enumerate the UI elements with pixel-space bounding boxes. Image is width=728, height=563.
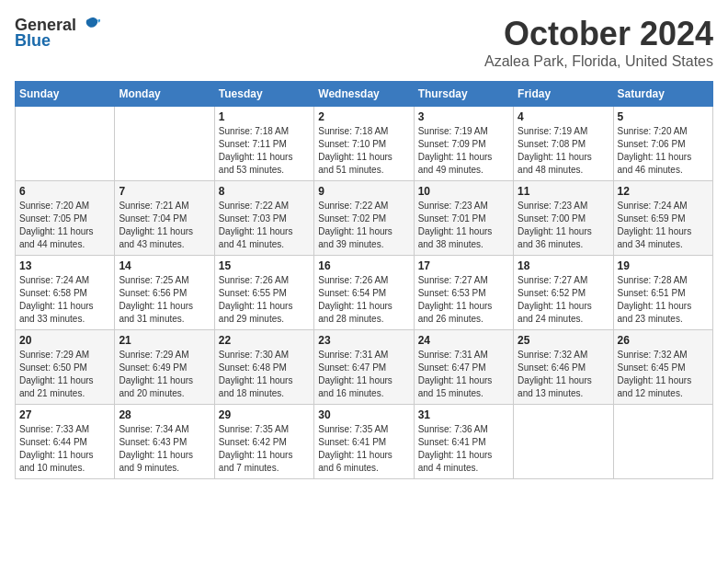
day-number: 27 bbox=[19, 408, 110, 421]
day-info: Sunrise: 7:27 AMSunset: 6:52 PMDaylight:… bbox=[518, 274, 609, 326]
day-number: 14 bbox=[119, 259, 210, 272]
calendar-cell: 31Sunrise: 7:36 AMSunset: 6:41 PMDayligh… bbox=[414, 405, 513, 479]
day-info: Sunrise: 7:24 AMSunset: 6:58 PMDaylight:… bbox=[19, 274, 110, 326]
day-info: Sunrise: 7:20 AMSunset: 7:05 PMDaylight:… bbox=[19, 200, 110, 251]
day-info: Sunrise: 7:32 AMSunset: 6:45 PMDaylight:… bbox=[618, 349, 709, 400]
day-info: Sunrise: 7:29 AMSunset: 6:49 PMDaylight:… bbox=[119, 349, 210, 400]
day-info: Sunrise: 7:18 AMSunset: 7:10 PMDaylight:… bbox=[318, 125, 409, 177]
header-day: Wednesday bbox=[314, 82, 414, 107]
day-info: Sunrise: 7:32 AMSunset: 6:46 PMDaylight:… bbox=[518, 349, 609, 400]
title-section: October 2024 Azalea Park, Florida, Unite… bbox=[484, 15, 713, 70]
header-day: Tuesday bbox=[214, 82, 313, 107]
day-number: 25 bbox=[518, 334, 609, 347]
day-info: Sunrise: 7:21 AMSunset: 7:04 PMDaylight:… bbox=[119, 200, 210, 251]
day-number: 4 bbox=[518, 110, 609, 123]
calendar-cell: 17Sunrise: 7:27 AMSunset: 6:53 PMDayligh… bbox=[414, 256, 513, 330]
day-info: Sunrise: 7:34 AMSunset: 6:43 PMDaylight:… bbox=[119, 423, 210, 475]
day-info: Sunrise: 7:29 AMSunset: 6:50 PMDaylight:… bbox=[19, 349, 110, 400]
day-info: Sunrise: 7:31 AMSunset: 6:47 PMDaylight:… bbox=[318, 349, 409, 400]
calendar: SundayMondayTuesdayWednesdayThursdayFrid… bbox=[15, 81, 713, 479]
location: Azalea Park, Florida, United States bbox=[484, 53, 713, 70]
header-day: Thursday bbox=[414, 82, 513, 107]
day-number: 19 bbox=[618, 259, 709, 272]
calendar-cell: 6Sunrise: 7:20 AMSunset: 7:05 PMDaylight… bbox=[16, 181, 115, 256]
calendar-week: 13Sunrise: 7:24 AMSunset: 6:58 PMDayligh… bbox=[16, 256, 713, 330]
calendar-cell bbox=[613, 405, 712, 479]
calendar-cell: 12Sunrise: 7:24 AMSunset: 6:59 PMDayligh… bbox=[613, 181, 712, 256]
calendar-week: 20Sunrise: 7:29 AMSunset: 6:50 PMDayligh… bbox=[16, 330, 713, 405]
day-number: 30 bbox=[318, 408, 409, 421]
calendar-cell: 25Sunrise: 7:32 AMSunset: 6:46 PMDayligh… bbox=[514, 330, 613, 405]
day-number: 20 bbox=[19, 334, 110, 347]
day-info: Sunrise: 7:22 AMSunset: 7:03 PMDaylight:… bbox=[219, 200, 310, 251]
day-info: Sunrise: 7:36 AMSunset: 6:41 PMDaylight:… bbox=[418, 423, 509, 475]
calendar-cell: 9Sunrise: 7:22 AMSunset: 7:02 PMDaylight… bbox=[314, 181, 414, 256]
day-info: Sunrise: 7:22 AMSunset: 7:02 PMDaylight:… bbox=[318, 200, 409, 251]
day-number: 29 bbox=[219, 408, 310, 421]
day-number: 26 bbox=[618, 334, 709, 347]
day-info: Sunrise: 7:18 AMSunset: 7:11 PMDaylight:… bbox=[219, 125, 310, 177]
calendar-cell: 18Sunrise: 7:27 AMSunset: 6:52 PMDayligh… bbox=[514, 256, 613, 330]
calendar-body: 1Sunrise: 7:18 AMSunset: 7:11 PMDaylight… bbox=[16, 107, 713, 479]
day-info: Sunrise: 7:25 AMSunset: 6:56 PMDaylight:… bbox=[119, 274, 210, 326]
day-number: 24 bbox=[418, 334, 509, 347]
header-day: Saturday bbox=[613, 82, 712, 107]
day-info: Sunrise: 7:33 AMSunset: 6:44 PMDaylight:… bbox=[19, 423, 110, 475]
calendar-cell: 8Sunrise: 7:22 AMSunset: 7:03 PMDaylight… bbox=[214, 181, 313, 256]
day-number: 21 bbox=[119, 334, 210, 347]
day-number: 1 bbox=[219, 110, 310, 123]
day-info: Sunrise: 7:27 AMSunset: 6:53 PMDaylight:… bbox=[418, 274, 509, 326]
day-number: 7 bbox=[119, 185, 210, 198]
calendar-week: 6Sunrise: 7:20 AMSunset: 7:05 PMDaylight… bbox=[16, 181, 713, 256]
calendar-cell: 24Sunrise: 7:31 AMSunset: 6:47 PMDayligh… bbox=[414, 330, 513, 405]
calendar-cell: 20Sunrise: 7:29 AMSunset: 6:50 PMDayligh… bbox=[16, 330, 115, 405]
calendar-cell: 13Sunrise: 7:24 AMSunset: 6:58 PMDayligh… bbox=[16, 256, 115, 330]
calendar-cell: 22Sunrise: 7:30 AMSunset: 6:48 PMDayligh… bbox=[214, 330, 313, 405]
day-number: 31 bbox=[418, 408, 509, 421]
calendar-cell: 23Sunrise: 7:31 AMSunset: 6:47 PMDayligh… bbox=[314, 330, 414, 405]
month-title: October 2024 bbox=[484, 15, 713, 53]
day-number: 12 bbox=[618, 185, 709, 198]
calendar-cell: 14Sunrise: 7:25 AMSunset: 6:56 PMDayligh… bbox=[115, 256, 214, 330]
day-number: 18 bbox=[518, 259, 609, 272]
calendar-cell: 2Sunrise: 7:18 AMSunset: 7:10 PMDaylight… bbox=[314, 107, 414, 181]
logo-bird-icon bbox=[80, 15, 100, 35]
day-info: Sunrise: 7:19 AMSunset: 7:09 PMDaylight:… bbox=[418, 125, 509, 177]
calendar-cell: 26Sunrise: 7:32 AMSunset: 6:45 PMDayligh… bbox=[613, 330, 712, 405]
day-info: Sunrise: 7:35 AMSunset: 6:41 PMDaylight:… bbox=[318, 423, 409, 475]
day-info: Sunrise: 7:30 AMSunset: 6:48 PMDaylight:… bbox=[219, 349, 310, 400]
day-info: Sunrise: 7:24 AMSunset: 6:59 PMDaylight:… bbox=[618, 200, 709, 251]
calendar-cell: 11Sunrise: 7:23 AMSunset: 7:00 PMDayligh… bbox=[514, 181, 613, 256]
calendar-cell: 4Sunrise: 7:19 AMSunset: 7:08 PMDaylight… bbox=[514, 107, 613, 181]
day-info: Sunrise: 7:20 AMSunset: 7:06 PMDaylight:… bbox=[618, 125, 709, 177]
calendar-cell bbox=[115, 107, 214, 181]
header-day: Sunday bbox=[16, 82, 115, 107]
day-number: 2 bbox=[318, 110, 409, 123]
day-number: 23 bbox=[318, 334, 409, 347]
day-number: 11 bbox=[518, 185, 609, 198]
calendar-cell: 21Sunrise: 7:29 AMSunset: 6:49 PMDayligh… bbox=[115, 330, 214, 405]
day-info: Sunrise: 7:19 AMSunset: 7:08 PMDaylight:… bbox=[518, 125, 609, 177]
calendar-cell: 15Sunrise: 7:26 AMSunset: 6:55 PMDayligh… bbox=[214, 256, 313, 330]
calendar-cell: 30Sunrise: 7:35 AMSunset: 6:41 PMDayligh… bbox=[314, 405, 414, 479]
day-number: 10 bbox=[418, 185, 509, 198]
calendar-cell: 7Sunrise: 7:21 AMSunset: 7:04 PMDaylight… bbox=[115, 181, 214, 256]
day-info: Sunrise: 7:35 AMSunset: 6:42 PMDaylight:… bbox=[219, 423, 310, 475]
calendar-cell bbox=[514, 405, 613, 479]
day-number: 6 bbox=[19, 185, 110, 198]
day-number: 13 bbox=[19, 259, 110, 272]
logo-blue-text: Blue bbox=[15, 31, 51, 51]
day-info: Sunrise: 7:23 AMSunset: 7:01 PMDaylight:… bbox=[418, 200, 509, 251]
calendar-cell: 16Sunrise: 7:26 AMSunset: 6:54 PMDayligh… bbox=[314, 256, 414, 330]
day-number: 15 bbox=[219, 259, 310, 272]
day-number: 22 bbox=[219, 334, 310, 347]
header-day: Monday bbox=[115, 82, 214, 107]
calendar-week: 27Sunrise: 7:33 AMSunset: 6:44 PMDayligh… bbox=[16, 405, 713, 479]
day-info: Sunrise: 7:23 AMSunset: 7:00 PMDaylight:… bbox=[518, 200, 609, 251]
header-row: SundayMondayTuesdayWednesdayThursdayFrid… bbox=[16, 82, 713, 107]
calendar-cell: 5Sunrise: 7:20 AMSunset: 7:06 PMDaylight… bbox=[613, 107, 712, 181]
page-header: General Blue October 2024 Azalea Park, F… bbox=[15, 15, 713, 70]
calendar-header: SundayMondayTuesdayWednesdayThursdayFrid… bbox=[16, 82, 713, 107]
calendar-cell bbox=[16, 107, 115, 181]
day-info: Sunrise: 7:26 AMSunset: 6:54 PMDaylight:… bbox=[318, 274, 409, 326]
